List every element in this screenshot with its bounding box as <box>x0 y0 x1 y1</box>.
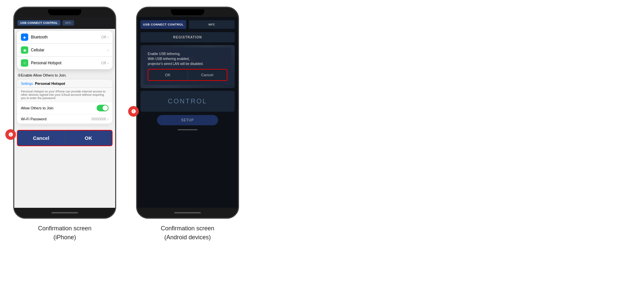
android-screen: USB CONNECT CONTROL NFC REGISTRATION <box>137 17 238 208</box>
ios-toggle[interactable] <box>97 105 109 111</box>
iphone-step-badge: ❶ <box>5 129 16 140</box>
iphone-header: USB CONNECT CONTROL NFC <box>14 17 115 29</box>
android-header: USB CONNECT CONTROL NFC <box>137 17 238 31</box>
iphone-bottom-bar <box>14 208 115 218</box>
bluetooth-icon: ◆ <box>21 33 28 41</box>
ios-wifi-value: 00000000 › <box>91 117 109 121</box>
android-cancel-button[interactable]: Cancel <box>188 70 227 80</box>
android-top-bar <box>137 8 238 17</box>
iphone-dialog-buttons: Cancel OK <box>18 131 112 145</box>
iphone-tab-nfc[interactable]: NFC <box>62 20 74 26</box>
android-bottom-line <box>174 212 201 213</box>
android-dialog-buttons: OK Cancel <box>148 70 227 80</box>
android-caption-line2: (Android devices) <box>161 233 214 242</box>
cellular-label: Cellular <box>31 48 44 52</box>
iphone-panel: ❶ USB CONNECT CONTROL NFC <box>13 7 116 242</box>
main-container: ❶ USB CONNECT CONTROL NFC <box>13 7 239 242</box>
bluetooth-chevron: › <box>107 35 109 39</box>
android-panel: ❶ USB CONNECT CONTROL NFC REGISTRATION <box>136 7 239 242</box>
android-registration[interactable]: REGISTRATION <box>140 32 235 42</box>
ios-ph-allow-row: Allow Others to Join <box>17 102 113 114</box>
bluetooth-value: Off <box>101 35 106 39</box>
android-and-badge: ❶ USB CONNECT CONTROL NFC REGISTRATION <box>136 7 239 219</box>
android-caption: Confirmation screen (Android devices) <box>161 224 214 242</box>
iphone-dialog-area: Cancel OK <box>17 130 113 146</box>
hotspot-chevron: › <box>107 61 109 65</box>
ios-dropdown: ◆ Bluetooth Off › ▣ Cellular <box>17 31 113 69</box>
iphone-step-number: ❶ <box>8 132 13 138</box>
ios-wifi-chevron: › <box>108 117 109 121</box>
android-ok-button[interactable]: OK <box>148 70 188 80</box>
ios-allow-label: Allow Others to Join <box>21 106 53 110</box>
iphone-caption-line1: Confirmation screen <box>38 224 91 233</box>
android-usb-dialog: Enable USB tethering. With USB tethering… <box>144 47 231 85</box>
android-home-indicator <box>178 129 198 130</box>
iphone-screen: USB CONNECT CONTROL NFC ◆ Bluetooth Off <box>14 17 115 208</box>
dropdown-hotspot: ☉ Personal Hotspot Off › <box>17 57 113 69</box>
android-dialog-line3: projector's wired LAN will be disabled. <box>148 61 227 66</box>
android-step-badge: ❶ <box>128 106 139 117</box>
iphone-caption: Confirmation screen (iPhone) <box>38 224 91 242</box>
iphone-dialog-red-box: Cancel OK <box>17 130 113 146</box>
ios-ph-wifi-row: Wi-Fi Password 00000000 › <box>17 114 113 124</box>
ios-ph-header: Settings Personal Hotspot <box>17 80 113 88</box>
android-dialog-buttons-wrapper: OK Cancel <box>148 69 227 81</box>
iphone-home-indicator <box>51 212 78 213</box>
android-dialog-line1: Enable USB tethering. <box>148 51 227 56</box>
android-control-section[interactable]: CONTROL <box>140 91 235 112</box>
android-bottom-bar <box>137 208 238 218</box>
ios-wifi-password: 00000000 <box>91 117 106 121</box>
ios-wifi-label: Wi-Fi Password <box>21 117 46 121</box>
android-caption-line1: Confirmation screen <box>161 224 214 233</box>
iphone-cancel-button[interactable]: Cancel <box>18 131 65 145</box>
android-dialog-line2: With USB tethering enabled, <box>148 56 227 61</box>
iphone-notch <box>48 9 81 15</box>
android-step-number: ❶ <box>131 108 136 115</box>
android-frame: USB CONNECT CONTROL NFC REGISTRATION <box>136 7 239 219</box>
android-tab-nfc[interactable]: NFC <box>189 20 235 29</box>
iphone-and-badge: ❶ USB CONNECT CONTROL NFC <box>13 7 116 219</box>
ios-ph-title: Personal Hotspot <box>35 82 65 86</box>
bluetooth-label: Bluetooth <box>31 35 48 39</box>
dropdown-cellular: ▣ Cellular › <box>17 44 113 57</box>
android-tab-usb[interactable]: USB CONNECT CONTROL <box>140 20 186 29</box>
cellular-chevron: › <box>107 48 109 52</box>
ios-divider <box>21 126 109 126</box>
ios-back-link[interactable]: Settings <box>21 82 33 86</box>
android-dialog-text: Enable USB tethering. With USB tethering… <box>148 51 227 66</box>
hotspot-label: Personal Hotspot <box>31 61 61 65</box>
android-notch <box>171 9 204 15</box>
ios-ph-description: Personal Hotspot on your iPhone can prov… <box>17 88 113 102</box>
ios-personal-hotspot-box: Settings Personal Hotspot Personal Hotsp… <box>17 80 113 124</box>
iphone-frame: USB CONNECT CONTROL NFC ◆ Bluetooth Off <box>13 7 116 219</box>
iphone-tab-usb[interactable]: USB CONNECT CONTROL <box>18 20 60 26</box>
iphone-top-bar <box>14 8 115 17</box>
android-projector-area: Enable USB tethering. With USB tethering… <box>140 45 235 88</box>
dropdown-bluetooth: ◆ Bluetooth Off › <box>17 31 113 44</box>
android-setup-button[interactable]: SETUP <box>157 115 218 125</box>
hotspot-icon: ☉ <box>21 59 28 67</box>
hotspot-value: Off <box>101 61 106 65</box>
cellular-icon: ▣ <box>21 46 28 54</box>
iphone-caption-line2: (iPhone) <box>38 233 91 242</box>
ios-enable-text: ②Enable Allow Others to Join. <box>14 71 115 80</box>
iphone-ok-button[interactable]: OK <box>65 131 112 145</box>
